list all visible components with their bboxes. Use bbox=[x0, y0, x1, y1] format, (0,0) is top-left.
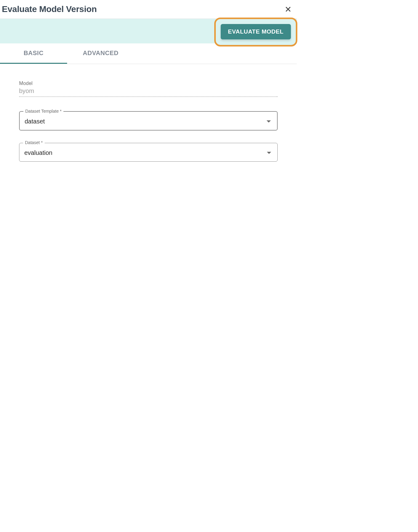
action-bar: EVALUATE MODEL bbox=[0, 18, 297, 43]
evaluate-model-button[interactable]: EVALUATE MODEL bbox=[221, 24, 291, 39]
dataset-select[interactable]: Dataset * evaluation bbox=[19, 143, 278, 162]
evaluate-model-dialog: Evaluate Model Version EVALUATE MODEL BA… bbox=[0, 0, 297, 183]
model-value: byom bbox=[19, 87, 278, 97]
evaluate-button-highlight: EVALUATE MODEL bbox=[214, 18, 297, 46]
dataset-label: Dataset * bbox=[23, 140, 45, 145]
dataset-template-value: dataset bbox=[25, 118, 45, 125]
close-button[interactable] bbox=[284, 5, 292, 14]
form-content: Model byom Dataset Template * dataset Da… bbox=[0, 64, 297, 183]
chevron-down-icon bbox=[267, 120, 271, 123]
dialog-header: Evaluate Model Version bbox=[0, 0, 297, 18]
dataset-value: evaluation bbox=[24, 149, 52, 156]
model-field-group: Model byom bbox=[19, 81, 278, 97]
chevron-down-icon bbox=[267, 152, 271, 154]
dialog-title: Evaluate Model Version bbox=[2, 4, 97, 14]
tab-basic[interactable]: BASIC bbox=[0, 43, 67, 64]
close-icon bbox=[284, 6, 292, 13]
model-label: Model bbox=[19, 81, 278, 86]
tab-advanced[interactable]: ADVANCED bbox=[67, 43, 134, 64]
dataset-template-label: Dataset Template * bbox=[23, 109, 63, 114]
dataset-template-select[interactable]: Dataset Template * dataset bbox=[19, 111, 278, 131]
tabs-container: BASIC ADVANCED bbox=[0, 43, 297, 64]
